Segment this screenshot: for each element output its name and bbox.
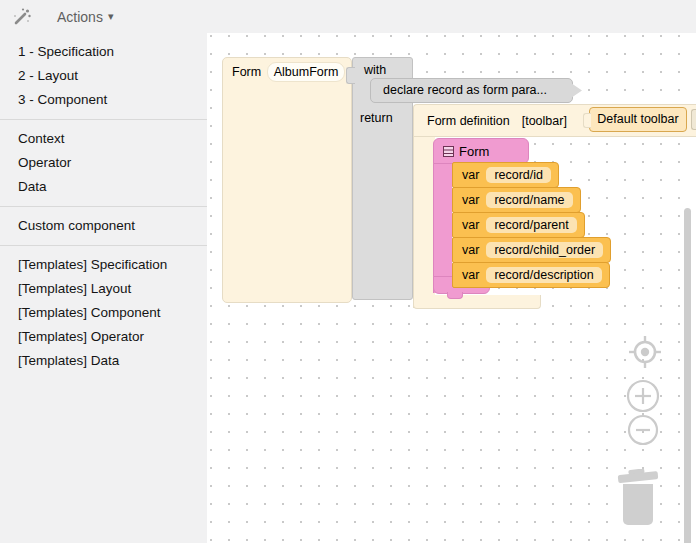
var-name-field[interactable]: record/parent [486,217,576,233]
var-keyword: var [462,218,479,232]
variable-block-stack: var record/id var record/name var record… [452,163,611,288]
form-container-title: Form [459,144,489,159]
return-label: return [360,111,393,125]
sidebar-item-component[interactable]: 3 - Component [0,88,207,112]
var-name-field[interactable]: record/description [486,267,601,283]
palette-group-numbered: 1 - Specification 2 - Layout 3 - Compone… [0,33,207,120]
sidebar-item-templates-operator[interactable]: [Templates] Operator [0,325,207,349]
sidebar-item-specification[interactable]: 1 - Specification [0,40,207,64]
var-name-field[interactable]: record/name [486,192,572,208]
var-block-record-description[interactable]: var record/description [452,262,610,288]
zoom-out-icon[interactable] [627,414,659,446]
var-keyword: var [462,193,479,207]
trash-icon[interactable] [615,469,663,529]
form-container-bottom-notch [447,292,463,299]
sidebar-item-templates-data[interactable]: [Templates] Data [0,349,207,373]
with-label: with [364,63,386,77]
actions-label: Actions [57,9,103,25]
actions-dropdown[interactable]: Actions ▾ [57,9,113,25]
magic-wand-icon [12,7,32,27]
sidebar-item-templates-layout[interactable]: [Templates] Layout [0,277,207,301]
form-definition-left-wall[interactable] [413,128,435,308]
var-name-field[interactable]: record/child_order [486,242,603,258]
toolbar-param-label: [toolbar] [522,114,567,128]
chevron-down-icon: ▾ [108,10,114,23]
form-block[interactable]: Form AlbumForm [222,57,352,303]
sidebar-item-context[interactable]: Context [0,127,207,151]
palette-group-custom: Custom component [0,207,207,246]
default-toolbar-label: Default toolbar [597,112,678,126]
vertical-scrollbar[interactable] [684,208,691,543]
var-keyword: var [462,268,479,282]
var-block-record-id[interactable]: var record/id [452,162,559,188]
palette-group-core: Context Operator Data [0,120,207,207]
left-connector-tab [346,67,355,84]
var-keyword: var [462,168,479,182]
var-block-record-name[interactable]: var record/name [452,187,581,213]
form-name-field[interactable]: AlbumForm [267,62,345,82]
sidebar-item-custom-component[interactable]: Custom component [0,214,207,238]
zoom-in-icon[interactable] [626,379,660,413]
var-block-record-child-order[interactable]: var record/child_order [452,237,611,263]
var-keyword: var [462,243,479,257]
var-name-field[interactable]: record/id [486,167,551,183]
declare-record-label: declare record as form para... [383,83,547,97]
declare-record-block[interactable]: declare record as form para... [370,78,573,103]
var-block-record-parent[interactable]: var record/parent [452,212,585,238]
sidebar-item-layout[interactable]: 2 - Layout [0,64,207,88]
center-target-icon[interactable] [627,334,663,370]
form-container-left-wall[interactable] [433,161,452,293]
default-toolbar-block[interactable]: Default toolbar [589,107,687,132]
sidebar-item-operator[interactable]: Operator [0,151,207,175]
sidebar-item-templates-component[interactable]: [Templates] Component [0,301,207,325]
block-palette-sidebar: 1 - Specification 2 - Layout 3 - Compone… [0,33,207,543]
workspace-canvas[interactable]: Form AlbumForm with return declare recor… [207,33,696,543]
form-block-label: Form [232,65,261,79]
palette-group-templates: [Templates] Specification [Templates] La… [0,246,207,380]
sidebar-item-data[interactable]: Data [0,175,207,199]
sidebar-item-templates-specification[interactable]: [Templates] Specification [0,253,207,277]
form-definition-foot[interactable] [413,295,541,309]
table-icon [443,146,454,157]
form-definition-title: Form definition [427,114,510,128]
top-toolbar: Actions ▾ [0,0,696,33]
form-container-block[interactable]: Form [433,138,529,164]
clipped-block-edge [691,109,696,130]
